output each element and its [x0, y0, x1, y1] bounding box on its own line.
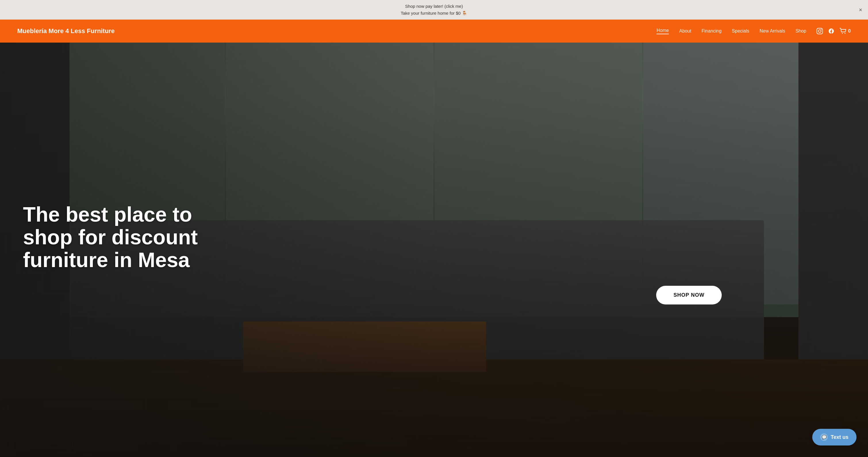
nav-about[interactable]: About — [679, 28, 691, 34]
shop-now-button[interactable]: SHOP NOW — [656, 286, 722, 305]
text-us-label: Text us — [831, 434, 848, 440]
header: Mueblería More 4 Less Furniture Home Abo… — [0, 20, 868, 42]
announcement-line1[interactable]: Shop now pay later! (click me) — [11, 3, 857, 10]
nav-financing[interactable]: Financing — [702, 28, 721, 34]
hero-section: The best place to shop for discount furn… — [0, 42, 868, 457]
svg-point-0 — [842, 33, 843, 34]
announcement-close-button[interactable]: × — [859, 7, 862, 13]
nav-specials[interactable]: Specials — [732, 28, 749, 34]
nav-home[interactable]: Home — [656, 28, 669, 34]
announcement-line2: Take your furniture home for $0 🪑 — [11, 10, 857, 17]
announcement-bar: Shop now pay later! (click me) Take your… — [0, 0, 868, 20]
cart-button[interactable]: 0 — [840, 28, 851, 34]
chat-icon: 💬 — [820, 433, 828, 441]
cart-count: 0 — [848, 28, 851, 34]
svg-point-1 — [845, 33, 845, 34]
site-logo[interactable]: Mueblería More 4 Less Furniture — [17, 27, 115, 35]
nav-shop[interactable]: Shop — [796, 28, 806, 34]
main-nav: Home About Financing Specials New Arriva… — [656, 28, 851, 34]
hero-title: The best place to shop for discount furn… — [23, 203, 224, 272]
instagram-icon[interactable] — [816, 28, 823, 34]
facebook-icon[interactable] — [829, 28, 834, 34]
nav-new-arrivals[interactable]: New Arrivals — [760, 28, 785, 34]
hero-content: The best place to shop for discount furn… — [0, 42, 868, 457]
text-us-button[interactable]: 💬 Text us — [812, 429, 857, 446]
social-icons: 0 — [816, 28, 851, 34]
